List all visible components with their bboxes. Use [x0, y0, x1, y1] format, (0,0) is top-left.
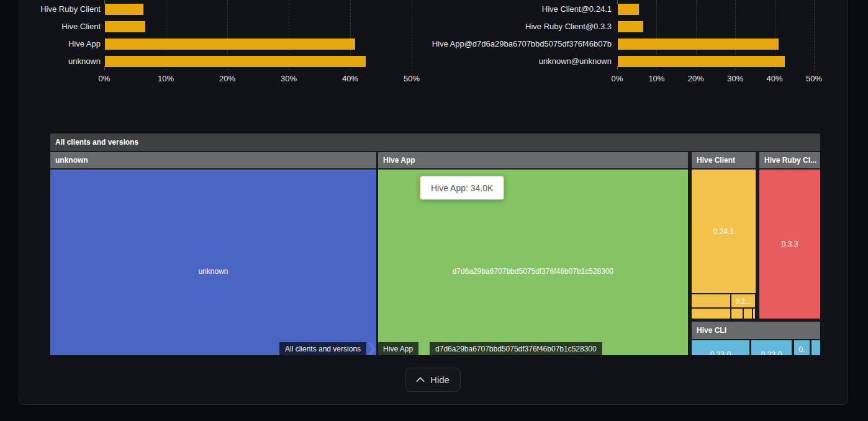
bar-unknown[interactable]	[105, 56, 366, 67]
hide-button[interactable]: Hide	[405, 368, 461, 392]
y-axis-category-label: Hive Client@0.24.1	[542, 4, 612, 14]
x-axis-tick-label: 50%	[392, 74, 432, 83]
x-axis-tick-label: 10%	[146, 74, 186, 83]
treemap-node-hive-client-0-2-label: 0.2...	[736, 297, 751, 305]
y-axis-category-label: Hive Client	[61, 22, 101, 32]
treemap-node-hive-cli-3-label: 0.	[794, 345, 810, 354]
x-axis-tick-label: 30%	[715, 74, 755, 83]
breadcrumb-item-all-clients[interactable]: All clients and versions	[279, 342, 366, 355]
x-axis-tick-label: 50%	[794, 74, 834, 83]
bar-hive-app-d7d6a29ba6707bbd5075df376f46b07b[interactable]	[618, 38, 779, 50]
treemap-node-hive-app-hash-label: d7d6a29ba6707bbd5075df376f46b07b1c528300	[453, 267, 614, 276]
treemap-node-hive-cli-2-label: 0.23.0	[751, 350, 792, 355]
y-axis-category-label: unknown@unknown	[539, 57, 612, 66]
x-axis-tick-label: 0%	[597, 74, 637, 83]
breadcrumb: All clients and versions Hive App d7d6a2…	[279, 342, 602, 355]
breadcrumb-item-hash[interactable]: d7d6a29ba6707bbd5075df376f46b07b1c528300	[430, 342, 602, 355]
bar-hive-app[interactable]	[105, 38, 355, 50]
y-axis-category-label: Hive App	[68, 39, 101, 49]
x-axis-tick-label: 10%	[636, 74, 676, 83]
treemap-node-hive-cli-3[interactable]: 0.	[794, 340, 810, 355]
y-axis-category-label: unknown	[68, 57, 101, 66]
treemap-node-hive-client-tiny-c[interactable]	[744, 309, 752, 319]
breadcrumb-item-hive-app[interactable]: Hive App	[377, 342, 418, 355]
bar-hive-client-0-24-1[interactable]	[618, 4, 639, 15]
y-axis-category-label: Hive Ruby Client	[40, 4, 101, 14]
treemap-section-hive-cli-header[interactable]: Hive CLI	[692, 322, 820, 339]
treemap-node-hive-ruby-0-3-3[interactable]: 0.3.3	[759, 170, 820, 319]
treemap-node-hive-client-0-2[interactable]: 0.2...	[731, 294, 755, 307]
treemap-all-clients-and-versions: All clients and versions unknown unknown…	[50, 134, 820, 355]
treemap-node-hive-client-tiny-d[interactable]	[753, 309, 755, 319]
chart-tooltip: Hive App: 34.0K	[420, 176, 504, 200]
treemap-node-unknown-label: unknown	[198, 267, 228, 276]
hide-button-label: Hide	[430, 374, 450, 385]
y-axis-category-label: Hive Ruby Client@0.3.3	[525, 22, 612, 32]
treemap-node-unknown[interactable]: unknown	[50, 170, 376, 355]
bar-hive-ruby-client[interactable]	[105, 4, 143, 15]
gridline	[412, 0, 412, 70]
treemap-node-hive-client-0-24-1[interactable]: 0.24.1	[692, 170, 756, 293]
treemap-node-hive-client-minor[interactable]	[692, 294, 730, 307]
chart-tooltip-text: Hive App: 34.0K	[431, 183, 493, 193]
x-axis-tick-label: 0%	[84, 74, 124, 83]
x-axis-tick-label: 40%	[330, 74, 370, 83]
y-axis-category-label: Hive App@d7d6a29ba6707bbd5075df376f46b07…	[432, 39, 612, 49]
x-axis-tick-label: 40%	[755, 74, 795, 83]
x-axis-tick-label: 20%	[207, 74, 247, 83]
chevron-up-icon	[416, 377, 425, 383]
treemap-node-hive-cli-4[interactable]	[811, 340, 820, 355]
x-axis-tick-label: 30%	[269, 74, 309, 83]
breadcrumb-separator-icon	[420, 343, 428, 355]
treemap-section-unknown-header[interactable]: unknown	[50, 152, 376, 168]
treemap-section-hive-ruby-header[interactable]: Hive Ruby Cl...	[759, 152, 820, 168]
treemap-node-hive-cli-2[interactable]: 0.23.0	[751, 340, 792, 355]
dashboard: 0%10%20%30%40%50%Hive Ruby ClientHive Cl…	[0, 0, 868, 421]
treemap-node-hive-cli-1-label: 0.23.0	[692, 350, 749, 355]
gridline	[814, 0, 815, 70]
treemap-node-hive-client-0-24-1-label: 0.24.1	[713, 227, 734, 236]
treemap-node-hive-client-tiny-a[interactable]	[692, 309, 730, 319]
bar-hive-ruby-client-0-3-3[interactable]	[618, 21, 643, 32]
treemap-section-hive-app-header[interactable]: Hive App	[378, 152, 688, 168]
treemap-node-hive-cli-1[interactable]: 0.23.0	[692, 340, 749, 355]
x-axis-tick-label: 20%	[676, 74, 716, 83]
treemap-node-hive-ruby-0-3-3-label: 0.3.3	[782, 240, 798, 248]
breadcrumb-separator-icon	[368, 343, 376, 355]
bar-unknown-unknown[interactable]	[618, 56, 785, 67]
treemap-title[interactable]: All clients and versions	[50, 134, 820, 151]
treemap-node-hive-client-tiny-b[interactable]	[731, 309, 743, 319]
bar-hive-client[interactable]	[105, 21, 145, 32]
treemap-section-hive-client-header[interactable]: Hive Client	[692, 152, 756, 168]
